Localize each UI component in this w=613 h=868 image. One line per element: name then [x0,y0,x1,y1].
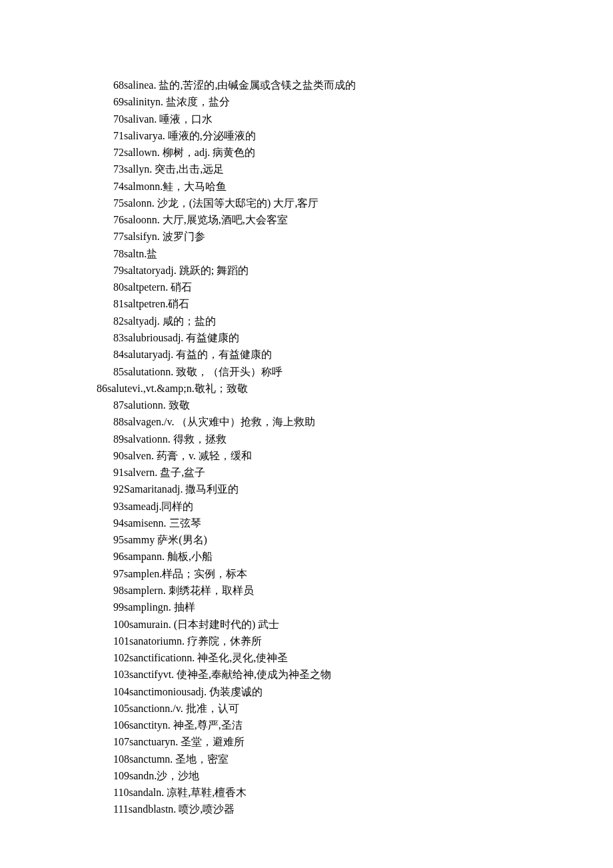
vocabulary-entry: 79saltatoryadj. 跳跃的; 舞蹈的 [0,262,613,279]
vocabulary-entry: 75salonn. 沙龙，(法国等大邸宅的) 大厅,客厅 [0,195,613,211]
entry-definition: n. 致敬，（信开头）称呼 [165,366,283,377]
vocabulary-entry: 100samurain. (日本封建时代的) 武士 [0,616,613,633]
entry-definition: a. 唾液的,分泌唾液的 [158,130,256,141]
entry-definition: 萨米(男名) [157,534,207,545]
entry-definition: n.沙，沙地 [149,770,199,781]
vocabulary-entry: 94samisenn. 三弦琴 [0,515,613,531]
entry-word: salvation [124,433,163,445]
entry-definition: n. (日本封建时代的) 武士 [163,619,280,630]
vocabulary-entry: 90salven. 药膏，v. 减轻，缓和 [0,447,613,464]
entry-number: 94 [113,517,124,529]
entry-word: sanctuary [129,736,170,747]
entry-definition: n. 致敬 [158,399,190,411]
vocabulary-entry: 104sanctimoniousadj. 伪装虔诚的 [0,683,613,700]
entry-number: 101 [113,635,129,647]
entry-number: 74 [113,181,124,192]
entry-number: 100 [113,619,129,630]
entry-definition: n. 圣堂，避难所 [170,736,245,747]
entry-definition: n. 圣地，密室 [165,753,229,765]
entry-definition: n. 凉鞋,草鞋,檀香木 [156,787,247,798]
entry-word: saline [124,79,149,91]
entry-number: 84 [113,349,124,360]
vocabulary-entry: 107sanctuaryn. 圣堂，避难所 [0,733,613,750]
entry-number: 108 [113,753,129,765]
entry-definition: n. 喷沙,喷沙器 [168,803,235,815]
entry-word: salivary [124,130,158,141]
entry-word: sanctity [129,719,163,731]
entry-definition: n. 抽样 [163,601,195,613]
entry-number: 73 [113,163,124,175]
entry-definition: adj. 有益健康的 [168,332,240,343]
entry-word: samurai [129,619,163,630]
entry-number: 91 [113,467,124,478]
entry-number: 90 [113,450,124,461]
vocabulary-entry: 82saltyadj. 咸的；盐的 [0,313,613,329]
entry-number: 82 [113,315,124,327]
entry-word: sally [124,163,144,175]
entry-number: 103 [113,669,129,680]
entry-word: salmon [124,181,155,192]
entry-number: 83 [113,332,124,343]
entry-definition: n. 疗养院，休养所 [177,635,262,647]
entry-word: sammy [124,534,155,545]
entry-word: sallow [124,147,152,158]
entry-number: 72 [113,147,124,158]
entry-number: 98 [113,585,124,596]
vocabulary-entry: 76saloonn. 大厅,展览场,酒吧,大会客室 [0,211,613,228]
entry-definition: n. 突击,出击,远足 [144,163,224,175]
entry-definition: n.盐 [139,248,157,259]
entry-definition: adj. 咸的；盐的 [144,315,216,327]
entry-word: sanctification [129,652,187,663]
entry-word: sandal [129,787,156,798]
entry-definition: n. 唾液，口水 [149,113,213,125]
entry-number: 96 [113,551,124,562]
vocabulary-entry: 83salubriousadj. 有益健康的 [0,329,613,346]
entry-number: 78 [113,248,124,259]
entry-word: salution [124,399,158,411]
vocabulary-entry: 109sandn.沙，沙地 [0,767,613,784]
entry-word: sampler [124,585,158,596]
entry-definition: adj. 伪装虔诚的 [191,686,263,697]
entry-definition: adj. 跳跃的; 舞蹈的 [161,265,249,276]
entry-number: 111 [113,803,129,815]
entry-number: 80 [113,281,124,293]
vocabulary-entry: 81saltpetren.硝石 [0,295,613,312]
vocabulary-entry: 87salutionn. 致敬 [0,397,613,413]
entry-number: 87 [113,399,124,411]
entry-definition: n.鲑，大马哈鱼 [155,181,227,192]
entry-number: 109 [113,770,129,781]
entry-word: salutation [124,366,165,377]
entry-definition: n.样品；实例，标本 [154,568,247,579]
entry-number: 92 [113,483,124,495]
vocabulary-entry: 93sameadj.同样的 [0,498,613,515]
entry-number: 110 [113,787,129,798]
entry-number: 75 [113,197,124,209]
entry-word: sampling [124,601,163,613]
vocabulary-entry: 74salmonn.鲑，大马哈鱼 [0,178,613,195]
vocabulary-entry: 96sampann. 舢板,小船 [0,548,613,565]
vocabulary-entry: 101sanatoriumn. 疗养院，休养所 [0,633,613,649]
entry-word: samisen [124,517,159,529]
entry-word: salsify [124,231,152,242]
entry-word: salve [124,450,146,461]
entry-word: sanatorium [129,635,177,647]
entry-definition: n. 波罗门参 [152,231,205,242]
vocabulary-entry: 106sanctityn. 神圣,尊严,圣洁 [0,717,613,733]
entry-definition: n. 沙龙，(法国等大邸宅的) 大厅,客厅 [147,197,319,209]
vocabulary-entry: 110sandaln. 凉鞋,草鞋,檀香木 [0,784,613,801]
entry-word: saliva [124,113,149,125]
entry-definition: adj.同样的 [146,501,194,512]
entry-number: 69 [113,96,124,107]
vocabulary-entry: 95sammy 萨米(男名) [0,531,613,548]
vocabulary-entry: 97samplen.样品；实例，标本 [0,565,613,582]
vocabulary-entry: 92Samaritanadj. 撒马利亚的 [0,481,613,497]
vocabulary-entry: 98samplern. 刺绣花样，取样员 [0,582,613,599]
entry-definition: n. 硝石 [160,281,192,293]
entry-word: salubrious [124,332,168,343]
entry-definition: n./v. （从灾难中）抢救，海上救助 [156,416,315,427]
entry-definition: n. 盘子,盆子 [149,467,205,478]
vocabulary-entry: 70salivan. 唾液，口水 [0,111,613,127]
entry-number: 81 [113,298,124,309]
vocabulary-entry: 86salutevi.,vt.&amp;n.敬礼；致敬 [0,380,613,397]
entry-word: salute [107,383,132,394]
